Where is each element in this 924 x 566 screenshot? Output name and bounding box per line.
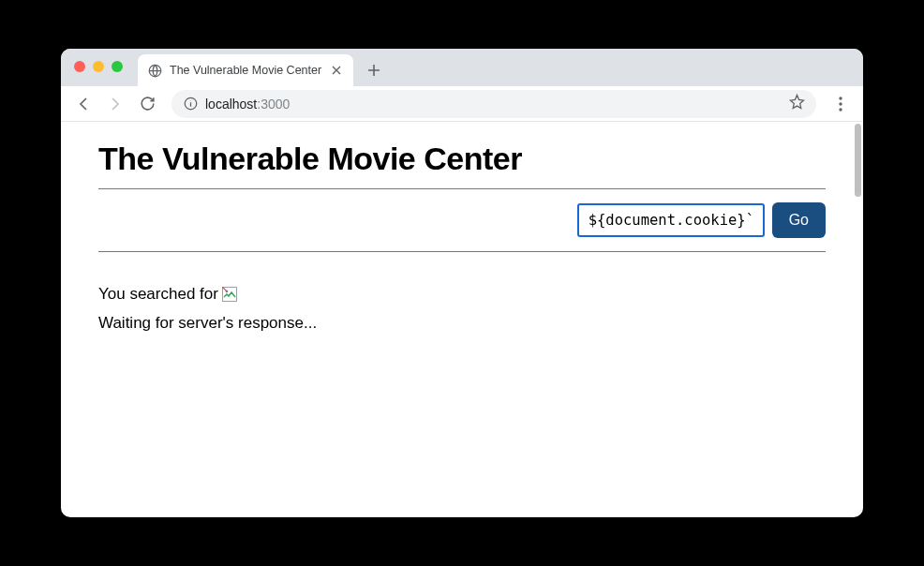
browser-toolbar: localhost:3000 <box>61 86 863 122</box>
search-input[interactable] <box>577 203 765 237</box>
new-tab-button[interactable] <box>361 57 387 83</box>
svg-point-2 <box>839 97 842 99</box>
browser-tab[interactable]: The Vulnerable Movie Center <box>138 54 353 86</box>
address-bar[interactable]: localhost:3000 <box>171 90 816 118</box>
bookmark-star-icon[interactable] <box>789 94 805 113</box>
search-echo-line: You searched for <box>98 280 826 309</box>
search-form: Go <box>98 189 826 251</box>
browser-window: The Vulnerable Movie Center <box>61 49 863 517</box>
maximize-window-button[interactable] <box>112 61 123 72</box>
viewport: The Vulnerable Movie Center Go You searc… <box>61 122 863 517</box>
broken-image-icon <box>222 287 237 302</box>
divider <box>98 251 826 252</box>
page-title: The Vulnerable Movie Center <box>98 141 826 177</box>
minimize-window-button[interactable] <box>93 61 104 72</box>
page-content: The Vulnerable Movie Center Go You searc… <box>61 122 863 517</box>
back-button[interactable] <box>70 91 97 117</box>
scrollbar-thumb[interactable] <box>855 124 861 197</box>
results-area: You searched for Waiting for server's re… <box>98 280 826 337</box>
url-text: localhost:3000 <box>205 97 290 112</box>
svg-point-3 <box>839 102 842 105</box>
window-controls <box>74 61 123 72</box>
kebab-menu-icon[interactable] <box>827 91 854 117</box>
site-info-icon[interactable] <box>183 97 198 112</box>
svg-point-4 <box>839 108 842 111</box>
globe-icon <box>147 63 162 78</box>
go-button[interactable]: Go <box>772 202 826 238</box>
close-tab-icon[interactable] <box>329 63 344 78</box>
tab-title: The Vulnerable Movie Center <box>170 64 321 77</box>
waiting-line: Waiting for server's response... <box>98 309 826 338</box>
reload-button[interactable] <box>134 91 160 117</box>
titlebar: The Vulnerable Movie Center <box>61 49 863 86</box>
forward-button[interactable] <box>102 91 128 117</box>
result-prefix: You searched for <box>98 280 218 309</box>
close-window-button[interactable] <box>74 61 85 72</box>
